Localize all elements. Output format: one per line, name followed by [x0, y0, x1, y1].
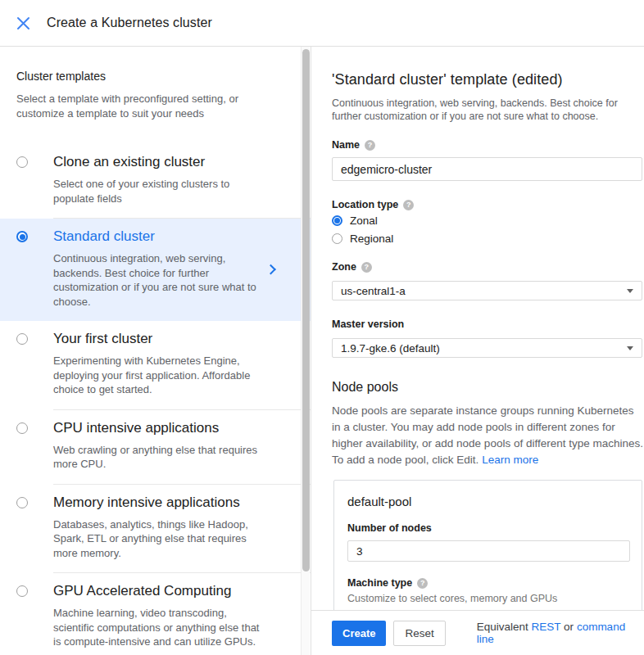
- template-option-first-cluster[interactable]: Your first cluster Experimenting with Ku…: [0, 321, 311, 409]
- template-detail-panel: 'Standard cluster' template (edited) Con…: [311, 47, 644, 610]
- radio-unselected-icon[interactable]: [16, 156, 28, 168]
- template-description: Select one of your existing clusters to …: [53, 177, 265, 206]
- template-option-cpu-intensive[interactable]: CPU intensive applications Web crawling …: [0, 410, 311, 484]
- learn-more-link[interactable]: Learn more: [482, 454, 538, 466]
- template-title: Standard cluster: [53, 228, 294, 245]
- zone-label: Zone: [332, 261, 356, 273]
- zonal-label: Zonal: [350, 215, 378, 227]
- number-of-nodes-input[interactable]: [347, 540, 630, 562]
- template-description: Machine learning, video transcoding, sci…: [53, 606, 265, 649]
- location-regional-radio[interactable]: Regional: [332, 233, 644, 245]
- cluster-name-input[interactable]: [332, 157, 642, 181]
- number-of-nodes-label: Number of nodes: [347, 522, 432, 534]
- template-title: CPU intensive applications: [53, 420, 294, 436]
- pool-name: default-pool: [347, 495, 628, 508]
- rest-link[interactable]: REST: [532, 621, 561, 633]
- equivalent-prefix: Equivalent: [477, 621, 528, 633]
- location-type-label: Location type: [332, 199, 398, 210]
- template-title: Clone an existing cluster: [53, 154, 294, 170]
- template-description: Web crawling or anything else that requi…: [53, 443, 265, 472]
- sidebar-description: Select a template with preconfigured set…: [16, 92, 283, 121]
- regional-label: Regional: [350, 233, 393, 245]
- chevron-right-icon: [265, 264, 276, 274]
- dropdown-caret-icon: [627, 346, 633, 350]
- location-zonal-radio[interactable]: Zonal: [332, 215, 644, 227]
- template-detail-title: 'Standard cluster' template (edited): [332, 71, 644, 88]
- zone-select[interactable]: us-central1-a: [332, 281, 642, 300]
- radio-unselected-icon[interactable]: [16, 585, 28, 597]
- radio-unselected-icon[interactable]: [16, 497, 28, 508]
- reset-button[interactable]: Reset: [393, 621, 445, 646]
- close-icon[interactable]: [7, 7, 39, 39]
- machine-type-label: Machine type: [347, 577, 412, 589]
- sidebar-heading: Cluster templates: [16, 70, 283, 83]
- or-text: or: [564, 621, 574, 633]
- page-title: Create a Kubernetes cluster: [47, 16, 212, 30]
- zone-value: us-central1-a: [341, 285, 406, 297]
- default-pool-card: default-pool Number of nodes Machine typ…: [333, 480, 642, 610]
- node-pools-heading: Node pools: [332, 380, 644, 395]
- template-option-clone-existing[interactable]: Clone an existing cluster Select one of …: [0, 144, 311, 218]
- master-version-select[interactable]: 1.9.7-gke.6 (default): [332, 338, 642, 358]
- help-icon[interactable]: ?: [417, 578, 428, 589]
- template-option-standard-cluster[interactable]: Standard cluster Continuous integration,…: [0, 219, 311, 321]
- sidebar-scrollbar-thumb[interactable]: [302, 49, 310, 571]
- master-version-value: 1.9.7-gke.6 (default): [341, 342, 440, 355]
- template-title: Your first cluster: [53, 331, 294, 347]
- create-button[interactable]: Create: [332, 621, 386, 646]
- template-title: Memory intensive applications: [53, 495, 294, 511]
- name-label: Name: [332, 139, 360, 151]
- help-icon[interactable]: ?: [403, 200, 414, 210]
- template-description: Databases, analytics, things like Hadoop…: [53, 517, 265, 561]
- sidebar-scrollbar-track[interactable]: [301, 47, 310, 655]
- machine-type-hint: Customize to select cores, memory and GP…: [347, 593, 628, 604]
- template-title: GPU Accelerated Computing: [53, 583, 294, 599]
- template-option-memory-intensive[interactable]: Memory intensive applications Databases,…: [0, 485, 311, 573]
- radio-selected-icon[interactable]: [332, 215, 342, 226]
- help-icon[interactable]: ?: [365, 140, 375, 151]
- template-list: Clone an existing cluster Select one of …: [0, 144, 311, 655]
- node-pools-description: Node pools are separate instance groups …: [332, 403, 643, 468]
- cluster-templates-sidebar: Cluster templates Select a template with…: [0, 47, 311, 655]
- action-bar: Create Reset Equivalent REST or command …: [311, 610, 644, 655]
- master-version-label: Master version: [332, 318, 404, 330]
- template-description: Experimenting with Kubernetes Engine, de…: [53, 354, 265, 397]
- help-icon[interactable]: ?: [361, 262, 372, 273]
- equivalent-links: Equivalent REST or command line: [477, 621, 644, 645]
- radio-unselected-icon[interactable]: [16, 422, 28, 434]
- dropdown-caret-icon: [627, 289, 633, 293]
- template-detail-description: Continuous integration, web serving, bac…: [332, 97, 642, 123]
- dialog-header: Create a Kubernetes cluster: [0, 0, 644, 47]
- template-option-gpu-accelerated[interactable]: GPU Accelerated Computing Machine learni…: [0, 573, 311, 655]
- radio-unselected-icon[interactable]: [16, 333, 28, 345]
- template-description: Continuous integration, web serving, bac…: [53, 251, 265, 309]
- radio-selected-icon[interactable]: [16, 231, 28, 242]
- radio-unselected-icon[interactable]: [332, 233, 342, 244]
